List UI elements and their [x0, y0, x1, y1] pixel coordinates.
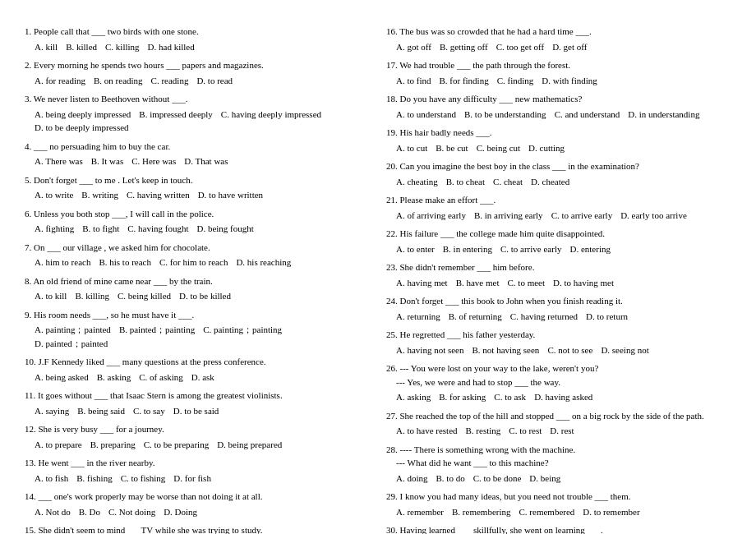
option-item: A. to have rested	[396, 424, 458, 438]
options-row: A. doingB. to doC. to be doneD. being	[396, 472, 731, 486]
question-item: 27. She reached the top of the hill and …	[386, 409, 731, 438]
option-item: A. to understand	[396, 108, 456, 122]
question-item: 21. Please make an effort ___.A. of arri…	[386, 193, 731, 222]
options-row: A. got offB. getting offC. too get offD.…	[396, 40, 731, 54]
options-row: A. cheatingB. to cheatC. cheatD. cheated	[396, 175, 731, 189]
option-item: C. to arrive early	[500, 242, 562, 256]
question-item: 29. I know you had many ideas, but you n…	[386, 490, 731, 518]
option-item: D. painted；painted	[35, 337, 108, 351]
option-item: B. getting off	[440, 40, 488, 54]
option-item: C. having deeply impressed	[221, 108, 321, 122]
question-text: The bus was so crowded that he had a har…	[399, 26, 591, 36]
option-item: B. of returning	[449, 310, 502, 324]
option-item: D. early too arrive	[620, 209, 687, 223]
question-item: 22. His failure ___ the college made him…	[386, 227, 731, 255]
option-item: B. impressed deeply	[139, 108, 213, 122]
question-item: 8. An old friend of mine came near ___ b…	[25, 274, 370, 303]
option-item: D. to having met	[553, 276, 614, 290]
question-text: Don't forget ___ to me . Let's keep in t…	[34, 175, 192, 185]
option-item: A. to enter	[396, 242, 435, 256]
options-row: A. Not doB. DoC. Not doingD. Doing	[35, 505, 370, 519]
option-item: A. for reading	[35, 74, 85, 88]
question-number: 12.	[25, 424, 36, 434]
options-row: A. having metB. have metC. to meetD. to …	[396, 276, 731, 290]
question-text: We never listen to Beethoven without ___…	[34, 94, 188, 104]
option-item: D. seeing not	[601, 343, 648, 357]
option-item: A. There was	[35, 154, 83, 168]
option-item: A. being asked	[35, 371, 89, 384]
option-item: B. in entering	[443, 242, 492, 256]
question-number: 11.	[25, 390, 35, 400]
question-item: 25. He regretted ___ his father yesterda…	[386, 328, 731, 357]
options-row: A. to fishB. fishingC. to fishingD. for …	[35, 472, 370, 486]
option-item: B. to be understanding	[464, 108, 546, 122]
question-number: 3.	[25, 94, 31, 104]
question-number: 17.	[386, 60, 398, 70]
question-text: She is very busy ___ for a journey.	[39, 424, 164, 434]
question-item: 19. His hair badly needs ___.A. to cutB.…	[386, 126, 731, 154]
option-item: D. get off	[552, 40, 587, 54]
option-item: D. Doing	[164, 505, 197, 519]
option-item: C. to ask	[494, 390, 526, 404]
option-item: A. to kill	[35, 289, 67, 303]
option-item: C. Here was	[131, 154, 176, 168]
question-text: I know you had many ideas, but you need …	[400, 491, 631, 501]
option-item: A. cheating	[396, 175, 438, 189]
question-item: 30. Having learned ___ skillfully, she w…	[386, 523, 731, 534]
question-item: 3. We never listen to Beethoven without …	[25, 92, 370, 135]
option-item: C. to be preparing	[144, 438, 209, 452]
option-item: A. doing	[396, 472, 428, 486]
option-item: C. to fishing	[121, 472, 166, 486]
option-item: D. to be deeply impressed	[35, 121, 129, 135]
option-item: B. Do	[79, 505, 100, 519]
option-item: B. to do	[436, 472, 465, 486]
options-row: A. returningB. of returningC. having ret…	[396, 310, 731, 324]
option-item: B. in arriving early	[474, 209, 543, 223]
option-item: D. entering	[569, 242, 610, 256]
option-item: B. painted；painting	[119, 323, 195, 337]
question-number: 20.	[386, 161, 398, 171]
option-item: D. being prepared	[217, 438, 282, 452]
option-item: D. his reaching	[236, 255, 291, 269]
question-text: Don't forget ___ this book to John when …	[400, 296, 623, 306]
option-item: D. rest	[550, 424, 574, 438]
question-number: 1.	[25, 26, 31, 36]
options-row: A. sayingB. being saidC. to sayD. to be …	[35, 404, 370, 418]
question-text: He went ___ in the river nearby.	[39, 458, 155, 467]
question-number: 25.	[386, 329, 398, 339]
option-item: A. fighting	[35, 222, 74, 236]
question-text: She didn't seem to mind ___TV while she …	[39, 525, 263, 534]
option-item: A. saying	[35, 404, 69, 418]
question-number: 22.	[386, 228, 398, 238]
question-number: 21.	[386, 195, 398, 205]
option-item: C. Not doing	[108, 505, 155, 519]
question-item: 9. His room needs ___, so he must have i…	[25, 308, 370, 351]
question-number: 8.	[25, 276, 31, 286]
option-item: A. having met	[396, 276, 448, 290]
option-item: C. cheat	[493, 175, 523, 189]
option-item: B. It was	[91, 154, 123, 168]
options-row: A. rememberB. rememberingC. rememberedD.…	[396, 505, 731, 519]
question-item: 14. ___ one's work properly may be worse…	[25, 490, 370, 518]
option-item: B. killed	[66, 40, 97, 54]
question-item: 11. It goes without ___ that Isaac Stern…	[25, 389, 370, 417]
option-item: D. being	[529, 472, 560, 486]
question-text: Do you have any difficulty ___ new mathe…	[400, 94, 583, 104]
question-number: 26.	[386, 363, 398, 373]
question-number: 19.	[386, 127, 398, 137]
option-item: A. to fish	[35, 472, 68, 486]
option-item: D. to return	[586, 310, 628, 324]
option-item: A. to cut	[396, 141, 427, 155]
question-text: She reached the top of the hill and stop…	[400, 411, 704, 421]
option-item: D. to be killed	[179, 289, 231, 303]
question-number: 7.	[25, 242, 31, 252]
right-column: 16. The bus was so crowded that he had a…	[386, 25, 731, 534]
question-text: She didn't remember ___ him before.	[400, 262, 535, 272]
question-text: We had trouble ___ the path through the …	[399, 60, 570, 70]
question-item: 6. Unless you both stop ___, I will call…	[25, 207, 370, 236]
question-text: ___ one's work properly may be worse tha…	[39, 491, 263, 501]
option-item: C. having fought	[127, 222, 188, 236]
option-item: C. having written	[127, 188, 190, 202]
left-column: 1. People call that ___ two birds with o…	[25, 25, 370, 534]
question-item: 20. Can you imagine the best boy in the …	[386, 159, 731, 188]
